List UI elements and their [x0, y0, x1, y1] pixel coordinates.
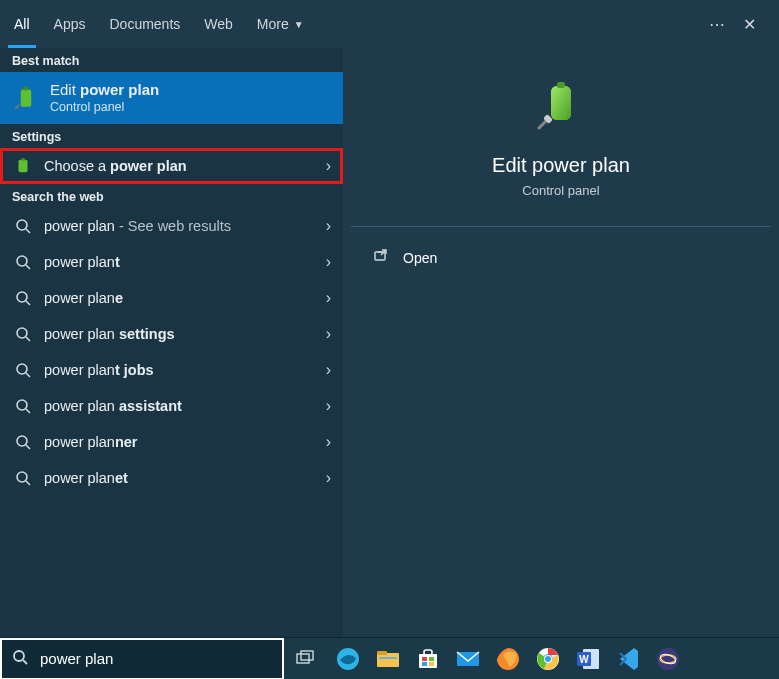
search-icon: [12, 398, 34, 414]
search-icon: [12, 434, 34, 450]
chevron-right-icon: ›: [326, 433, 331, 451]
open-icon: [373, 249, 387, 266]
web-result-bold: et: [115, 470, 128, 486]
section-settings: Settings: [0, 124, 343, 148]
best-match-row[interactable]: Edit power plan Control panel: [0, 72, 343, 124]
tab-more-label: More: [257, 16, 289, 32]
svg-rect-2: [19, 160, 28, 173]
section-web: Search the web: [0, 184, 343, 208]
search-icon: [12, 326, 34, 342]
web-result-text: power plan: [44, 290, 115, 306]
tab-web[interactable]: Web: [204, 0, 233, 48]
svg-rect-22: [557, 82, 565, 88]
settings-choose-power-plan[interactable]: Choose a power plan ›: [0, 148, 343, 184]
chevron-right-icon: ›: [326, 217, 331, 235]
power-options-icon: [12, 157, 34, 175]
web-result-7[interactable]: power planet ›: [0, 460, 343, 496]
power-plan-large-icon: [533, 80, 589, 136]
open-label: Open: [403, 250, 437, 266]
svg-rect-0: [21, 89, 32, 107]
web-result-bold: ner: [115, 434, 138, 450]
search-box[interactable]: [0, 638, 284, 680]
taskbar-app-edge[interactable]: [334, 645, 362, 673]
search-icon: [12, 649, 28, 668]
web-result-text: power plan: [44, 470, 115, 486]
chevron-right-icon: ›: [326, 157, 331, 175]
search-icon: [12, 218, 34, 234]
tab-all[interactable]: All: [14, 0, 30, 48]
web-result-5[interactable]: power plan assistant ›: [0, 388, 343, 424]
web-result-text: power plan: [44, 398, 119, 414]
svg-point-14: [17, 400, 27, 410]
web-result-bold-2: jobs: [120, 362, 154, 378]
taskbar-app-file-explorer[interactable]: [374, 645, 402, 673]
svg-point-25: [14, 651, 24, 661]
svg-rect-36: [429, 657, 434, 661]
svg-rect-28: [301, 651, 313, 660]
taskbar-app-firefox[interactable]: [494, 645, 522, 673]
svg-line-19: [26, 481, 30, 485]
svg-line-7: [26, 265, 30, 269]
web-result-1[interactable]: power plant ›: [0, 244, 343, 280]
search-icon: [12, 362, 34, 378]
more-options-icon[interactable]: ⋯: [701, 8, 733, 40]
taskbar-app-microsoft-store[interactable]: [414, 645, 442, 673]
preview-subtitle: Control panel: [522, 183, 599, 198]
svg-rect-3: [21, 158, 25, 161]
chevron-down-icon: ▼: [294, 19, 304, 30]
svg-point-12: [17, 364, 27, 374]
svg-rect-33: [419, 654, 437, 668]
chevron-right-icon: ›: [326, 253, 331, 271]
svg-rect-35: [422, 657, 427, 661]
svg-rect-21: [551, 86, 571, 120]
open-action[interactable]: Open: [351, 243, 771, 272]
web-result-text: power plan: [44, 326, 119, 342]
taskbar-app-mail[interactable]: [454, 645, 482, 673]
svg-rect-27: [297, 654, 309, 663]
best-match-prefix: Edit: [50, 81, 80, 98]
svg-line-15: [26, 409, 30, 413]
chevron-right-icon: ›: [326, 361, 331, 379]
web-result-text: power plan: [44, 218, 115, 234]
svg-text:W: W: [579, 654, 589, 665]
svg-point-10: [17, 328, 27, 338]
preview-panel: Edit power plan Control panel Open: [343, 48, 779, 637]
web-result-bold: settings: [119, 326, 175, 342]
svg-rect-1: [23, 87, 28, 91]
taskbar-app-word[interactable]: W: [574, 645, 602, 673]
svg-rect-30: [377, 653, 399, 667]
svg-line-11: [26, 337, 30, 341]
taskbar-app-chrome[interactable]: [534, 645, 562, 673]
web-result-3[interactable]: power plan settings ›: [0, 316, 343, 352]
web-result-6[interactable]: power planner ›: [0, 424, 343, 460]
web-result-text: power plan: [44, 362, 115, 378]
web-result-text: power plan: [44, 434, 115, 450]
web-result-bold: assistant: [119, 398, 182, 414]
search-filter-tabs: All Apps Documents Web More ▼ ⋯ ✕: [0, 0, 779, 48]
taskbar-app-vscode[interactable]: [614, 645, 642, 673]
svg-line-26: [23, 660, 27, 664]
taskbar-app-eclipse[interactable]: [654, 645, 682, 673]
web-result-0[interactable]: power plan - See web results ›: [0, 208, 343, 244]
web-result-4[interactable]: power plant jobs ›: [0, 352, 343, 388]
web-result-2[interactable]: power plane ›: [0, 280, 343, 316]
divider: [351, 226, 771, 227]
search-input[interactable]: [40, 650, 272, 667]
svg-point-16: [17, 436, 27, 446]
chevron-right-icon: ›: [326, 397, 331, 415]
tab-documents[interactable]: Documents: [109, 0, 180, 48]
close-icon[interactable]: ✕: [733, 8, 765, 40]
tab-more[interactable]: More ▼: [257, 0, 304, 48]
chevron-right-icon: ›: [326, 289, 331, 307]
svg-line-9: [26, 301, 30, 305]
section-best-match: Best match: [0, 48, 343, 72]
task-view-button[interactable]: [284, 638, 326, 680]
tab-apps[interactable]: Apps: [54, 0, 86, 48]
svg-rect-32: [379, 657, 397, 659]
best-match-sub: Control panel: [50, 100, 331, 116]
svg-line-13: [26, 373, 30, 377]
web-result-bold: e: [115, 290, 123, 306]
web-result-bold: t: [115, 254, 120, 270]
best-match-bold: power plan: [80, 81, 159, 98]
svg-rect-38: [429, 662, 434, 666]
